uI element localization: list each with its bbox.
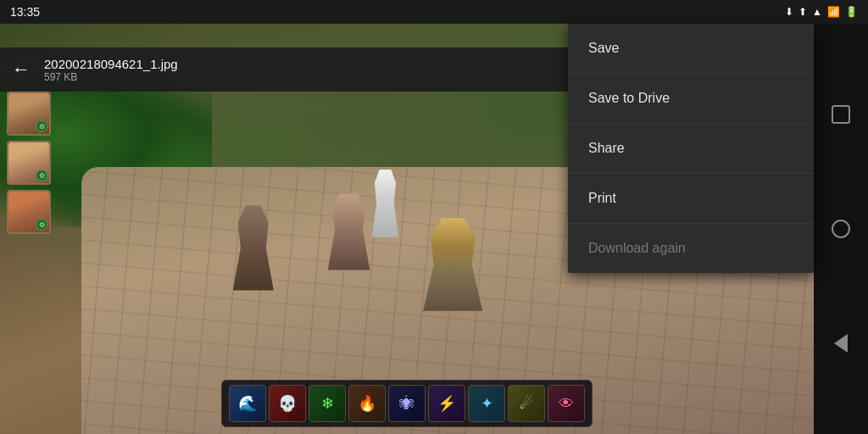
upload-icon: ⬆ — [798, 6, 807, 18]
action-slot-6[interactable]: ⚡ — [428, 385, 465, 422]
action-slot-4[interactable]: 🔥 — [348, 385, 386, 422]
portrait-icon-2: ⚙ — [36, 170, 47, 181]
file-info: 20200218094621_1.jpg 597 KB — [44, 57, 178, 83]
back-nav-button[interactable] — [826, 328, 856, 359]
action-slot-3[interactable]: ❄ — [309, 385, 346, 422]
portrait-icon-1: ⚙ — [36, 120, 47, 132]
file-name: 20200218094621_1.jpg — [44, 57, 178, 71]
action-slot-5[interactable]: 🕷 — [388, 385, 426, 422]
portrait-3[interactable]: ⚙ — [7, 190, 51, 234]
android-nav — [814, 24, 868, 434]
back-nav-icon — [834, 334, 848, 353]
portrait-1[interactable]: ⚙ — [7, 92, 51, 136]
portrait-2[interactable]: ⚙ — [7, 141, 51, 185]
status-time: 13:35 — [10, 5, 40, 19]
action-slot-8[interactable]: ☄ — [508, 385, 545, 422]
action-bar: 🌊 💀 ❄ 🔥 🕷 ⚡ ✦ ☄ 👁 — [221, 380, 593, 427]
download-icon: ⬇ — [785, 6, 793, 18]
status-icons: ⬇ ⬆ ▲ 📶 🔋 — [785, 6, 858, 18]
menu-item-print[interactable]: Print — [568, 174, 814, 224]
menu-item-share[interactable]: Share — [568, 124, 814, 174]
recent-apps-button[interactable] — [826, 99, 856, 130]
action-slot-9[interactable]: 👁 — [548, 385, 585, 422]
context-menu: Save Save to Drive Share Print Download … — [568, 24, 814, 273]
status-bar: 13:35 ⬇ ⬆ ▲ 📶 🔋 — [0, 0, 868, 24]
wifi-icon: ▲ — [812, 6, 822, 18]
signal-icon: 📶 — [827, 6, 840, 18]
back-button[interactable]: ← — [12, 60, 31, 79]
battery-icon: 🔋 — [845, 6, 858, 18]
menu-item-save[interactable]: Save — [568, 24, 814, 74]
action-slot-7[interactable]: ✦ — [468, 385, 505, 422]
recent-apps-icon — [832, 105, 850, 124]
action-slot-2[interactable]: 💀 — [269, 385, 306, 422]
portrait-icon-3: ⚙ — [36, 219, 47, 231]
action-slot-1[interactable]: 🌊 — [229, 385, 266, 422]
home-icon — [832, 220, 850, 238]
portrait-list: ⚙ ⚙ ⚙ — [7, 92, 51, 234]
menu-item-save-to-drive[interactable]: Save to Drive — [568, 74, 814, 124]
menu-item-download-again: Download again — [568, 224, 814, 273]
file-size: 597 KB — [44, 71, 178, 83]
home-button[interactable] — [826, 214, 856, 244]
